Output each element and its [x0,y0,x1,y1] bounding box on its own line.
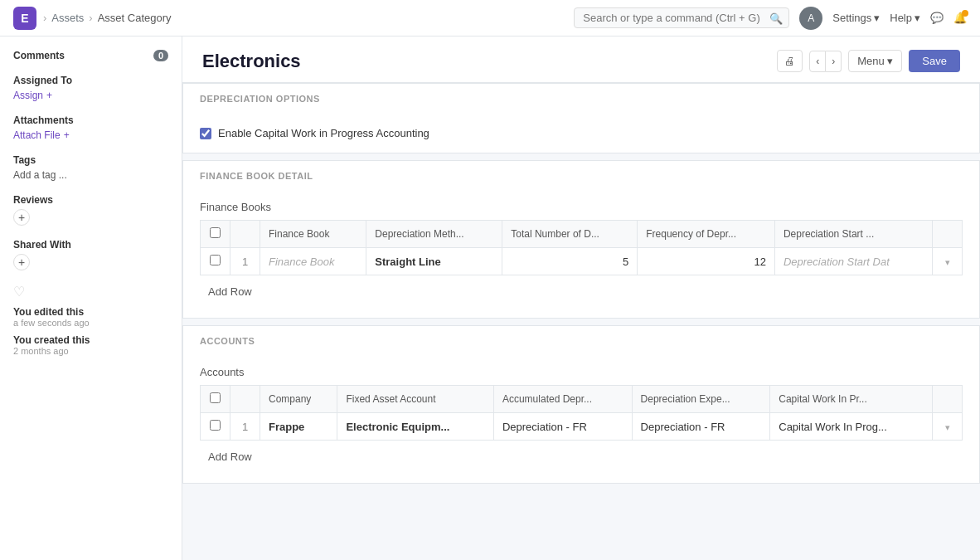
section-divider-2 [182,319,980,325]
print-icon-button[interactable]: 🖨 [777,50,803,72]
page-title: Electronics [202,51,301,72]
depreciation-options-title: DEPRECIATION OPTIONS [200,94,963,104]
finance-books-select-all-checkbox[interactable] [210,227,221,238]
accounts-row-1-dropdown-cell: ▾ [933,413,963,441]
enable-capital-work-label: Enable Capital Work in Progress Accounti… [218,127,429,139]
accounts-row-1-company[interactable]: Frappe [260,413,337,441]
sidebar-reviews-add-button[interactable]: + [13,209,30,226]
finance-book-detail-body: Finance Books Finance Book Depreciation … [183,191,979,318]
activity-item-1: You edited this [13,306,168,318]
notification-dot [962,10,968,17]
accounts-row-1-fixed-asset[interactable]: Electronic Equipm... [337,413,494,441]
accounts-col-depr-expense: Depreciation Expe... [632,386,770,413]
accounts-table: Company Fixed Asset Account Accumulated … [200,385,963,441]
page-wrapper: Comments 0 Assigned To Assign + Attachme… [0,0,980,560]
accounts-row-1-depr-expense[interactable]: Depreciation - FR [632,413,770,441]
main-content: Electronics 🖨 ‹ › Menu ▾ Save DEPRECIATI… [182,37,980,560]
depreciation-options-section: DEPRECIATION OPTIONS Enable Capital Work… [182,83,980,153]
app-icon: E [13,7,36,30]
accounts-body: Accounts Company Fixed Asset Account Acc… [183,356,979,483]
accounts-select-all-checkbox[interactable] [210,392,221,403]
search-input[interactable] [574,7,789,28]
activity-item-2-time: 2 months ago [13,346,168,356]
accounts-header-row: Company Fixed Asset Account Accumulated … [201,386,963,413]
sidebar: Comments 0 Assigned To Assign + Attachme… [0,37,182,560]
accounts-select-all-col [201,386,230,413]
accounts-row-1-checkbox[interactable] [210,420,221,431]
finance-book-detail-section: FINANCE BOOK DETAIL Finance Books Financ… [182,160,980,319]
content-area: DEPRECIATION OPTIONS Enable Capital Work… [182,83,980,504]
depreciation-options-header: DEPRECIATION OPTIONS [183,84,979,114]
accounts-col-fixed-asset: Fixed Asset Account [337,386,494,413]
finance-books-row-1-frequency[interactable]: 12 [638,248,775,275]
finance-book-detail-title: FINANCE BOOK DETAIL [200,171,963,181]
finance-books-row-1-dropdown-icon[interactable]: ▾ [945,257,950,267]
activity-item-2: You created this [13,334,168,346]
page-header: Electronics 🖨 ‹ › Menu ▾ Save [182,37,980,83]
help-button[interactable]: Help ▾ [890,12,920,24]
top-nav: E › Assets › Asset Category 🔍 A Settings… [0,0,980,37]
finance-books-row-1-finance-book[interactable]: Finance Book [260,248,366,275]
accounts-header: ACCOUNTS [183,326,979,356]
accounts-add-row-button[interactable]: Add Row [200,444,260,470]
accounts-row-1-dropdown-icon[interactable]: ▾ [945,422,950,432]
accounts-actions-col [933,386,963,413]
sidebar-add-tag[interactable]: Add a tag ... [13,169,168,181]
finance-books-row-1-depr-method[interactable]: Straight Line [366,248,502,275]
finance-books-add-row-button[interactable]: Add Row [200,279,260,304]
search-icon[interactable]: 🔍 [769,12,783,24]
finance-books-row-1-total-number[interactable]: 5 [502,248,638,275]
breadcrumb-asset-category[interactable]: Asset Category [98,12,172,24]
sidebar-comments-section: Comments 0 [13,50,168,61]
sidebar-attachments-label: Attachments [13,114,168,126]
sidebar-attach-file-link[interactable]: Attach File + [13,129,168,141]
heart-icon[interactable]: ♡ [13,284,168,299]
sidebar-shared-with-label: Shared With [13,239,168,251]
accounts-col-company: Company [260,386,337,413]
finance-books-num-col [230,221,260,248]
finance-book-detail-header: FINANCE BOOK DETAIL [183,161,979,191]
chat-icon-button[interactable]: 💬 [930,12,944,24]
accounts-row-1-accumulated-depr[interactable]: Depreciation - FR [493,413,632,441]
finance-books-row-1: 1 Finance Book Straight Line 5 12 Deprec… [201,248,963,275]
nav-search-area: 🔍 [574,7,789,28]
prev-record-button[interactable]: ‹ [809,51,826,72]
accounts-row-1: 1 Frappe Electronic Equipm... Depreciati… [201,413,963,441]
sidebar-assigned-to-section: Assigned To Assign + [13,75,168,101]
finance-books-table: Finance Book Depreciation Meth... Total … [200,220,963,275]
accounts-add-row-area: Add Row [200,441,963,473]
finance-books-table-label: Finance Books [200,201,963,213]
sidebar-assigned-to-label: Assigned To [13,75,168,86]
enable-capital-work-row: Enable Capital Work in Progress Accounti… [200,127,963,139]
accounts-col-accumulated-depr: Accumulated Depr... [493,386,632,413]
breadcrumb-chevron-1: › [43,12,46,24]
finance-books-col-depr-method: Depreciation Meth... [366,221,502,248]
enable-capital-work-checkbox[interactable] [200,128,211,139]
depreciation-options-body: Enable Capital Work in Progress Accounti… [183,114,979,153]
notification-wrapper: 🔔 [953,12,967,24]
sidebar-comments-label: Comments 0 [13,50,168,61]
nav-arrows: ‹ › [809,51,842,72]
header-actions: 🖨 ‹ › Menu ▾ Save [777,50,960,72]
accounts-title: ACCOUNTS [200,336,963,346]
next-record-button[interactable]: › [826,51,842,72]
sidebar-shared-with-add-button[interactable]: + [13,254,30,270]
section-divider-1 [182,153,980,160]
save-button[interactable]: Save [909,50,960,72]
menu-button[interactable]: Menu ▾ [848,50,902,72]
breadcrumb-assets[interactable]: Assets [51,12,84,24]
breadcrumb: › Assets › Asset Category [43,12,172,24]
settings-button[interactable]: Settings ▾ [832,12,880,24]
sidebar-reviews-section: Reviews + [13,194,168,226]
accounts-row-1-num: 1 [230,413,260,441]
finance-books-add-row-area: Add Row [200,275,963,308]
accounts-row-1-capital-work[interactable]: Capital Work In Prog... [770,413,933,441]
sidebar-tags-label: Tags [13,154,168,166]
accounts-num-col [230,386,260,413]
finance-books-row-1-depr-start[interactable]: Depreciation Start Dat [774,248,932,275]
sidebar-assign-link[interactable]: Assign + [13,90,168,101]
breadcrumb-chevron-2: › [89,12,92,24]
finance-books-row-1-checkbox[interactable] [210,255,221,265]
accounts-table-label: Accounts [200,366,963,378]
sidebar-tags-section: Tags Add a tag ... [13,154,168,181]
